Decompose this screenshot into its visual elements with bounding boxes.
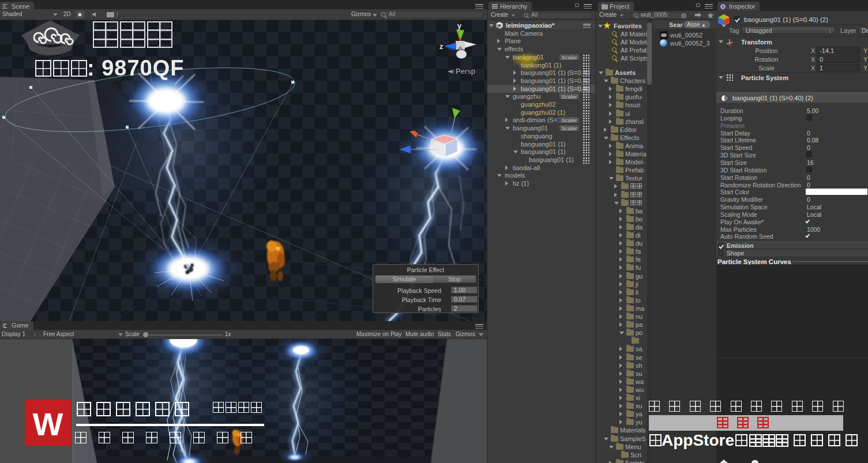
svg-text:Persp: Persp bbox=[456, 67, 475, 76]
svg-text:z: z bbox=[439, 42, 444, 51]
svg-text:W: W bbox=[33, 406, 63, 442]
svg-text:y: y bbox=[457, 21, 462, 30]
